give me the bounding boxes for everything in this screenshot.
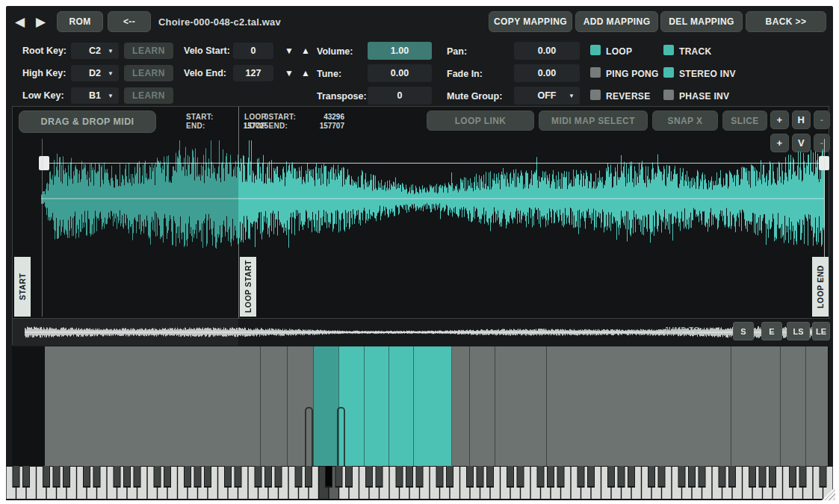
reverse-checkbox[interactable] xyxy=(590,90,601,100)
loop-start-pos-value: 43296 xyxy=(301,113,344,121)
h-zoom-out-button[interactable]: - xyxy=(814,111,830,129)
mapped-zone-root[interactable] xyxy=(313,346,339,466)
piano-keyboard[interactable] xyxy=(6,466,833,500)
volume-label: Volume: xyxy=(317,43,353,60)
h-zoom-in-button[interactable]: + xyxy=(770,111,789,129)
ping-pong-checkbox[interactable] xyxy=(590,67,601,78)
jump-loop-start-button[interactable]: LS xyxy=(787,322,810,340)
low-key-value: B1 xyxy=(89,90,101,101)
ping-pong-checkbox-label: PING PONG xyxy=(606,66,659,81)
loop-end-pos-value: 157707 xyxy=(301,122,344,130)
copy-mapping-button[interactable]: COPY MAPPING xyxy=(489,11,572,32)
mapped-zone-selected[interactable] xyxy=(338,346,452,466)
high-key-select[interactable]: D2 ▼ xyxy=(71,65,119,81)
chevron-down-icon[interactable]: ▼ xyxy=(108,93,114,99)
loop-checkbox-label: LOOP xyxy=(606,44,632,59)
pan-field[interactable]: 0.00 xyxy=(514,42,580,60)
reverse-checkbox-label: REVERSE xyxy=(606,89,650,104)
add-mapping-button[interactable]: ADD MAPPING xyxy=(575,11,658,32)
next-sample-button[interactable]: ▶ xyxy=(36,13,46,32)
key-mapping-area[interactable] xyxy=(12,346,829,466)
amplitude-guide-line xyxy=(41,163,826,164)
loop-checkbox[interactable] xyxy=(590,45,601,55)
tune-label: Tune: xyxy=(317,66,341,82)
del-mapping-button[interactable]: DEL MAPPING xyxy=(660,11,743,32)
phase-inv-checkbox-label: PHASE INV xyxy=(679,89,729,104)
jump-loop-end-button[interactable]: LE xyxy=(812,322,830,340)
overview-pre-loop-region xyxy=(13,319,238,346)
velo-start-decrement-icon[interactable]: ▼ xyxy=(282,43,296,59)
loop-start-marker-tag[interactable]: LOOP START xyxy=(240,257,256,317)
root-key-label: Root Key: xyxy=(22,43,66,59)
mute-group-select[interactable]: OFF ▼ xyxy=(514,87,580,105)
fade-in-label: Fade In: xyxy=(447,66,483,82)
velo-start-field[interactable]: 0 xyxy=(233,43,273,59)
tune-field[interactable]: 0.00 xyxy=(368,64,432,82)
jump-end-button[interactable]: E xyxy=(761,322,782,340)
high-key-learn-button[interactable]: LEARN xyxy=(124,65,173,81)
pan-label: Pan: xyxy=(447,43,467,60)
low-key-label: Low Key: xyxy=(22,87,64,104)
high-key-value: D2 xyxy=(89,68,101,78)
jump-to-label: JUMP TO xyxy=(664,326,700,335)
root-key-learn-button[interactable]: LEARN xyxy=(124,43,173,59)
drag-drop-midi-button[interactable]: DRAG & DROP MIDI xyxy=(19,111,156,133)
loop-link-button[interactable]: LOOP LINK xyxy=(427,111,534,131)
h-zoom-label-button[interactable]: H xyxy=(792,111,811,129)
jump-start-button[interactable]: S xyxy=(733,322,754,340)
track-checkbox-label: TRACK xyxy=(679,44,712,59)
back-arrow-button[interactable]: <-- xyxy=(108,11,151,32)
slice-button[interactable]: SLICE xyxy=(722,111,767,131)
overview-strip xyxy=(13,318,830,346)
velo-end-field[interactable]: 127 xyxy=(233,65,273,81)
root-key-value: C2 xyxy=(89,46,101,56)
low-key-learn-button[interactable]: LEARN xyxy=(124,87,173,104)
fade-in-field[interactable]: 0.00 xyxy=(514,64,580,82)
root-key-select[interactable]: C2 ▼ xyxy=(71,43,119,59)
wave-editor-panel: DRAG & DROP MIDI START: 0 END: 157725 LO… xyxy=(12,106,829,345)
stereo-inv-checkbox[interactable] xyxy=(663,67,674,78)
mute-group-label: Mute Group: xyxy=(447,88,502,105)
transpose-label: Transpose: xyxy=(317,88,367,105)
zone-boundary-notch-left[interactable] xyxy=(305,407,313,466)
end-pos-label: END: xyxy=(186,122,205,130)
midi-map-select-button[interactable]: MIDI MAP SELECT xyxy=(539,111,648,131)
main-waveform-canvas[interactable] xyxy=(13,139,830,318)
start-marker-line[interactable] xyxy=(42,139,43,317)
start-pos-label: START: xyxy=(186,113,214,121)
loop-start-pos-label: LOOP START: xyxy=(244,113,296,121)
loop-end-marker-tag[interactable]: LOOP END xyxy=(812,257,829,317)
rom-button[interactable]: ROM xyxy=(57,11,103,32)
transpose-field[interactable]: 0 xyxy=(368,87,432,105)
app-stage: ◀ ▶ ROM <-- Choire-000-048-c2.tal.wav CO… xyxy=(0,0,839,504)
snap-x-button[interactable]: SNAP X xyxy=(652,111,718,131)
phase-inv-checkbox[interactable] xyxy=(663,90,674,100)
mute-group-value: OFF xyxy=(538,90,557,101)
left-guide-handle[interactable] xyxy=(39,156,49,170)
back-button[interactable]: BACK >> xyxy=(746,11,826,32)
chevron-down-icon[interactable]: ▼ xyxy=(569,93,575,99)
chevron-down-icon[interactable]: ▼ xyxy=(108,48,114,55)
zone-boundary-notch-right[interactable] xyxy=(337,407,345,466)
sample-filename: Choire-000-048-c2.tal.wav xyxy=(158,16,281,28)
start-marker-tag[interactable]: START xyxy=(14,257,31,317)
track-checkbox[interactable] xyxy=(663,45,674,55)
prev-sample-button[interactable]: ◀ xyxy=(15,13,25,32)
high-key-label: High Key: xyxy=(22,65,66,81)
velo-end-label: Velo End: xyxy=(184,65,226,81)
volume-field[interactable]: 1.00 xyxy=(368,42,432,60)
low-key-select[interactable]: B1 ▼ xyxy=(71,87,119,104)
velo-end-increment-icon[interactable]: ▲ xyxy=(299,65,312,81)
loop-end-pos-label: LOOP END: xyxy=(244,122,288,130)
stereo-inv-checkbox-label: STEREO INV xyxy=(679,66,736,81)
velo-end-decrement-icon[interactable]: ▼ xyxy=(282,65,296,81)
velo-start-label: Velo Start: xyxy=(184,43,230,59)
velo-start-increment-icon[interactable]: ▲ xyxy=(299,43,312,59)
chevron-down-icon[interactable]: ▼ xyxy=(108,70,114,77)
